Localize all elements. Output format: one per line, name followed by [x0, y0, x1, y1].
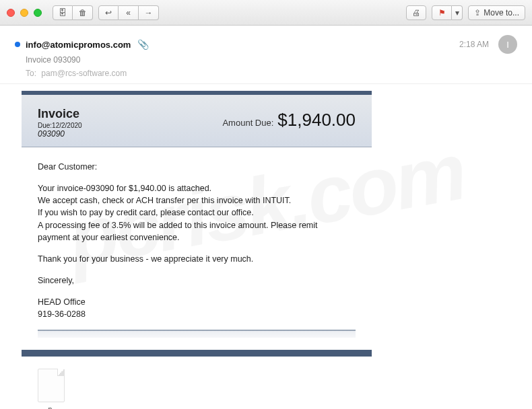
flag-group: ⚑ ▾: [432, 5, 463, 20]
flag-menu-button[interactable]: ▾: [452, 5, 463, 20]
reply-all-button[interactable]: «: [119, 5, 139, 20]
attachment-name-line1: n.: [48, 405, 55, 409]
invoice-line3: If you wish to pay by credit card, pleas…: [38, 207, 356, 219]
flag-icon: ⚑: [438, 8, 446, 17]
invoice-card: Invoice Due:12/2/2020 093090 Amount Due:…: [22, 91, 372, 357]
zoom-window-button[interactable]: [34, 9, 42, 17]
message-body: Invoice Due:12/2/2020 093090 Amount Due:…: [0, 84, 532, 357]
invoice-phone: 919-36-0288: [38, 308, 356, 320]
to-row: To: pam@rcs-software.com: [26, 69, 517, 78]
avatar-initial: I: [506, 40, 509, 50]
invoice-banner: Invoice Due:12/2/2020 093090 Amount Due:…: [22, 95, 372, 147]
print-button[interactable]: 🖨: [406, 5, 426, 20]
amount-due-label: Amount Due:: [222, 118, 273, 128]
invoice-greeting: Dear Customer:: [38, 161, 356, 173]
window-traffic-lights: [7, 9, 42, 17]
received-time: 2:18 AM: [459, 40, 489, 49]
attachment-item[interactable]: n. 09309...020.xls: [24, 369, 78, 409]
invoice-line2: We accept cash, check or ACH transfer pe…: [38, 194, 356, 207]
attachments-area: n. 09309...020.xls: [0, 357, 532, 409]
chevron-down-icon: ▾: [455, 8, 459, 17]
forward-icon: →: [145, 8, 153, 17]
invoice-footer-divider: [38, 330, 356, 338]
invoice-title: Invoice: [38, 107, 82, 121]
forward-button[interactable]: →: [139, 5, 159, 20]
archive-button[interactable]: 🗄: [53, 5, 73, 20]
trash-button[interactable]: 🗑: [73, 5, 93, 20]
reply-all-icon: «: [126, 8, 131, 17]
amount-due-value: $1,940.00: [277, 110, 356, 131]
delete-archive-group: 🗄 🗑: [53, 5, 93, 20]
subject-line: Invoice 093090: [26, 55, 517, 65]
close-window-button[interactable]: [7, 9, 15, 17]
move-icon: ⇪: [474, 8, 481, 17]
invoice-line1: Your invoice-093090 for $1,940.00 is att…: [38, 182, 356, 194]
move-to-button[interactable]: ⇪ Move to...: [468, 5, 525, 20]
reply-icon: ↩: [105, 8, 112, 17]
to-label: To:: [26, 69, 36, 78]
invoice-number: 093090: [38, 129, 82, 139]
unread-indicator: [15, 42, 20, 47]
invoice-line4: A processing fee of 3.5% will be added t…: [38, 219, 356, 231]
reply-button[interactable]: ↩: [98, 5, 119, 20]
invoice-body: Dear Customer: Your invoice-093090 for $…: [22, 147, 372, 350]
trash-icon: 🗑: [79, 8, 87, 17]
archive-icon: 🗄: [59, 8, 67, 17]
invoice-signoff: Sincerely,: [38, 274, 356, 287]
message-header: info@atomicpromos.com 📎 2:18 AM I Invoic…: [0, 26, 532, 84]
attachment-icon: 📎: [137, 39, 149, 50]
invoice-org: HEAD Office: [38, 296, 356, 308]
file-icon: [38, 369, 65, 402]
avatar: I: [498, 35, 517, 54]
invoice-due: Due:12/2/2020: [38, 122, 82, 129]
invoice-thanks: Thank you for your business - we appreci…: [38, 253, 356, 265]
to-address: pam@rcs-software.com: [41, 69, 127, 78]
from-address: info@atomicpromos.com: [26, 40, 131, 50]
flag-button[interactable]: ⚑: [432, 5, 452, 20]
print-icon: 🖨: [412, 8, 420, 17]
invoice-bottom-bar: [22, 350, 372, 357]
invoice-line5: payment at your earliest convenience.: [38, 231, 356, 244]
move-to-label: Move to...: [484, 8, 519, 17]
toolbar: 🗄 🗑 ↩ « → 🖨 ⚑ ▾ ⇪ Move to...: [0, 0, 532, 26]
reply-nav-group: ↩ « →: [98, 5, 159, 20]
minimize-window-button[interactable]: [20, 9, 28, 17]
